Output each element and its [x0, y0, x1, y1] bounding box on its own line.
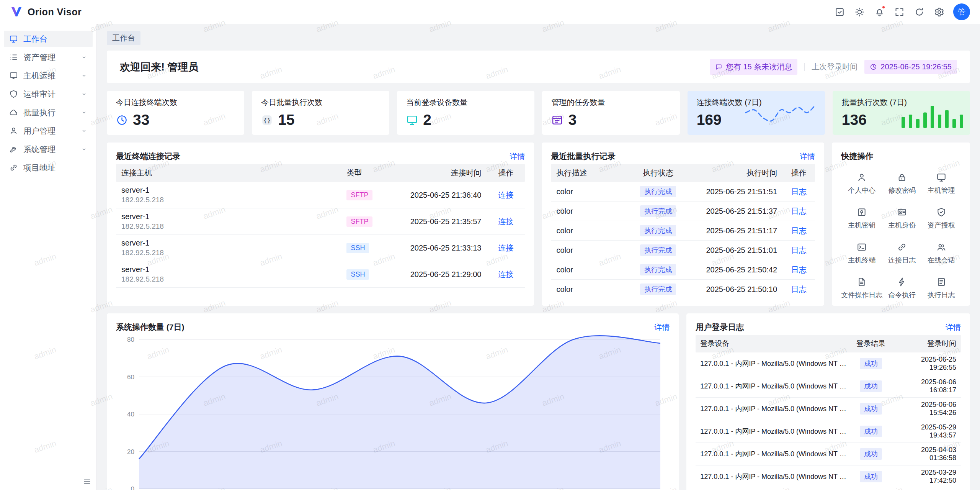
table-row: server-1182.92.5.218SFTP2025-06-25 21:36… — [116, 182, 525, 208]
log-link[interactable]: 日志 — [791, 246, 807, 254]
svg-text:60: 60 — [127, 374, 134, 381]
quick-action-item[interactable]: 主机身份 — [882, 207, 921, 230]
exec-status-badge: 执行完成 — [640, 264, 676, 275]
refresh-icon-button[interactable] — [911, 4, 927, 20]
quick-action-item[interactable]: 命令执行 — [882, 277, 921, 300]
bolt-icon — [897, 277, 907, 287]
log-link[interactable]: 日志 — [791, 285, 807, 293]
shield-check-icon — [936, 207, 946, 217]
chart-detail-link[interactable]: 详情 — [654, 322, 670, 333]
quick-action-label: 主机密钥 — [848, 221, 875, 230]
chevron-down-icon — [81, 128, 87, 134]
terminal-detail-link[interactable]: 详情 — [510, 151, 525, 162]
stat-card: 今日批量执行次数{ }15 — [252, 91, 389, 135]
quick-action-label: 主机身份 — [888, 221, 916, 230]
sidebar: 工作台资产管理主机运维运维审计批量执行用户管理系统管理项目地址 — [0, 24, 97, 490]
bottom-row: 系统操作数量 (7日) 详情 0204060802025-06-192025-0… — [107, 313, 970, 490]
notification-dot — [882, 5, 885, 9]
protocol-badge: SFTP — [346, 190, 372, 200]
sidebar-item[interactable]: 系统管理 — [4, 141, 93, 157]
notification-icon-button[interactable] — [871, 4, 887, 20]
user-icon — [9, 126, 18, 135]
sidebar-item-label: 批量执行 — [23, 107, 81, 118]
sidebar-item[interactable]: 批量执行 — [4, 104, 93, 121]
login-detail-link[interactable]: 详情 — [946, 322, 961, 333]
quick-actions-grid: 个人中心修改密码主机管理主机密钥主机身份资产授权主机终端连接日志在线会话文件操作… — [841, 172, 961, 300]
table-row: color执行完成2025-06-25 21:50:42日志 — [551, 260, 815, 280]
connect-link[interactable]: 连接 — [498, 270, 513, 279]
chevron-down-icon — [81, 91, 87, 97]
quick-action-item[interactable]: 个人中心 — [841, 172, 882, 195]
tool-icon — [9, 145, 18, 154]
clock-icon — [870, 63, 877, 70]
connect-link[interactable]: 连接 — [498, 217, 513, 226]
quick-action-label: 资产授权 — [928, 221, 955, 230]
fullscreen-icon-button[interactable] — [891, 4, 907, 20]
shield-icon — [9, 90, 18, 98]
sidebar-item[interactable]: 工作台 — [4, 31, 93, 47]
header-actions: 管 — [831, 3, 970, 20]
quick-action-item[interactable]: 资产授权 — [922, 207, 961, 230]
panel-title: 最近终端连接记录 — [116, 151, 180, 162]
exec-time: 2025-06-25 21:50:42 — [687, 262, 782, 278]
exec-description: color — [551, 242, 629, 259]
table-row: 127.0.0.1 - 内网IP - Mozilla/5.0 (Windows … — [696, 488, 961, 490]
table-row: color执行完成2025-06-25 21:51:37日志 — [551, 202, 815, 221]
exec-status-badge: 执行完成 — [640, 186, 676, 197]
sidebar-item[interactable]: 资产管理 — [4, 49, 93, 66]
host-name: server-1 — [121, 265, 336, 274]
connect-link[interactable]: 连接 — [498, 191, 513, 199]
history-icon — [936, 277, 946, 287]
quick-action-label: 在线会话 — [928, 256, 955, 265]
breadcrumb-item[interactable]: 工作台 — [107, 31, 140, 45]
log-link[interactable]: 日志 — [791, 226, 807, 235]
sidebar-menu: 工作台资产管理主机运维运维审计批量执行用户管理系统管理项目地址 — [0, 31, 96, 176]
connect-link[interactable]: 连接 — [498, 244, 513, 252]
quick-action-item[interactable]: 在线会话 — [922, 242, 961, 265]
sidebar-item[interactable]: 项目地址 — [4, 159, 93, 176]
device-icon — [406, 114, 418, 126]
login-device: 127.0.0.1 - 内网IP - Mozilla/5.0 (Windows … — [696, 401, 852, 416]
table-row: 127.0.0.1 - 内网IP - Mozilla/5.0 (Windows … — [696, 465, 961, 488]
quick-action-item[interactable]: 连接日志 — [882, 242, 921, 265]
quick-action-item[interactable]: 主机管理 — [922, 172, 961, 195]
log-link[interactable]: 日志 — [791, 187, 807, 196]
login-time: 2025-03-22 01:01:31 — [890, 488, 961, 490]
sidebar-item[interactable]: 用户管理 — [4, 123, 93, 139]
last-login-time-badge: 2025-06-25 19:26:55 — [864, 60, 957, 74]
sidebar-item[interactable]: 主机运维 — [4, 67, 93, 84]
quick-action-item[interactable]: 主机密钥 — [841, 207, 882, 230]
terminal-connections-panel: 最近终端连接记录 详情 连接主机类型连接时间操作server-1182.92.5… — [107, 143, 534, 306]
sidebar-collapse-icon[interactable] — [83, 477, 91, 485]
table-header: 执行描述执行状态执行时间操作 — [551, 164, 815, 182]
stat-card: 管理的任务数量3 — [542, 91, 679, 135]
batch-table: 执行描述执行状态执行时间操作color执行完成2025-06-25 21:51:… — [551, 164, 815, 299]
main-content: 工作台 欢迎回来! 管理员 您有 15 条未读消息 上次登录时间 2025-06… — [97, 24, 980, 490]
host-ip: 182.92.5.218 — [121, 222, 336, 231]
unread-messages-badge[interactable]: 您有 15 条未读消息 — [710, 59, 797, 75]
user-avatar[interactable]: 管 — [953, 3, 970, 20]
task-icon-button[interactable] — [831, 4, 848, 20]
user-icon — [857, 172, 867, 182]
middle-row: 最近终端连接记录 详情 连接主机类型连接时间操作server-1182.92.5… — [107, 143, 970, 306]
theme-icon-button[interactable] — [851, 4, 867, 20]
log-link[interactable]: 日志 — [791, 207, 807, 215]
settings-icon-button[interactable] — [931, 4, 947, 20]
settings-icon — [934, 7, 944, 17]
panel-title: 用户登录日志 — [696, 322, 744, 333]
quick-action-item[interactable]: 主机终端 — [841, 242, 882, 265]
login-table: 登录设备登录结果登录时间127.0.0.1 - 内网IP - Mozilla/5… — [696, 335, 961, 490]
quick-action-item[interactable]: 文件操作日志 — [841, 277, 882, 300]
lock-icon — [897, 172, 907, 182]
chevron-down-icon — [81, 54, 87, 61]
quick-action-item[interactable]: 执行日志 — [922, 277, 961, 300]
table-row: server-1182.92.5.218SSH2025-06-25 21:29:… — [116, 261, 525, 288]
refresh-icon — [914, 7, 924, 17]
sidebar-item[interactable]: 运维审计 — [4, 86, 93, 102]
batch-detail-link[interactable]: 详情 — [800, 151, 815, 162]
log-link[interactable]: 日志 — [791, 265, 807, 274]
svg-text:{ }: { } — [264, 117, 270, 123]
table-row: server-1182.92.5.218SSH2025-06-25 21:33:… — [116, 235, 525, 261]
stat-label: 今日批量执行次数 — [261, 97, 380, 108]
quick-action-item[interactable]: 修改密码 — [882, 172, 921, 195]
